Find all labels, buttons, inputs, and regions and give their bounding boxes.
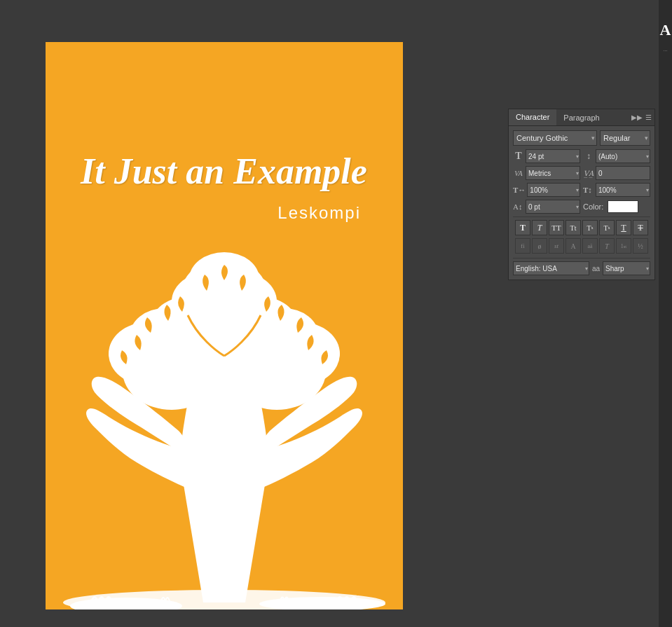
- size-leading-row: T 24 pt ↕ (Auto): [513, 149, 650, 163]
- language-wrapper: English: USA: [513, 261, 589, 275]
- document-subtitle: Leskompi: [277, 203, 361, 223]
- color-cell: Color:: [583, 200, 650, 213]
- language-select[interactable]: English: USA: [513, 261, 589, 275]
- scale-row: T↔ 100% T↕ 100%: [513, 183, 650, 197]
- document-title: It Just an Example: [81, 151, 367, 192]
- hscale-cell: T↔ 100%: [513, 183, 580, 197]
- style-sub-btn[interactable]: Ts: [599, 220, 615, 235]
- anti-alias-select[interactable]: Sharp Crisp Strong Smooth None: [603, 261, 650, 275]
- divider-2: [513, 258, 650, 259]
- kerning-wrapper: Metrics: [526, 166, 580, 180]
- tracking-input[interactable]: [596, 166, 650, 180]
- tab-paragraph[interactable]: Paragraph: [556, 109, 606, 125]
- tab-character[interactable]: Character: [509, 109, 556, 125]
- leading-cell: ↕ (Auto): [583, 149, 650, 163]
- style-super-btn[interactable]: Ts: [582, 220, 598, 235]
- kerning-select[interactable]: Metrics: [526, 166, 580, 180]
- color-swatch[interactable]: [608, 200, 638, 213]
- style-buttons-row: T T TT Tt Ts Ts T T: [513, 220, 650, 235]
- font-family-select[interactable]: Century Gothic: [513, 130, 597, 146]
- font-row: Century Gothic Regular: [513, 130, 650, 146]
- font-size-select[interactable]: 24 pt: [526, 149, 580, 163]
- vscale-wrapper: 100%: [596, 183, 650, 197]
- anti-alias-wrapper: Sharp Crisp Strong Smooth None: [603, 261, 650, 275]
- ot-oldstyle-btn[interactable]: ø: [532, 238, 547, 254]
- ot-ordinal-btn[interactable]: 1st: [616, 238, 631, 254]
- lang-row: English: USA aa Sharp Crisp Strong Smoot…: [513, 261, 650, 275]
- vscale-cell: T↕ 100%: [583, 183, 650, 197]
- canvas-workspace: It Just an Example Leskompi: [0, 0, 659, 627]
- divider-1: [513, 216, 650, 217]
- kerning-icon: VA: [513, 170, 524, 177]
- tracking-cell: V̲A̲: [583, 166, 650, 180]
- tool-text-icon[interactable]: A: [660, 21, 671, 39]
- ot-context-btn[interactable]: aā: [582, 238, 598, 254]
- kerning-cell: VA Metrics: [513, 166, 580, 180]
- kern-track-row: VA Metrics V̲A̲: [513, 166, 650, 180]
- document-canvas: It Just an Example Leskompi: [46, 42, 403, 609]
- font-style-wrapper: Regular: [600, 130, 650, 146]
- style-underline-btn[interactable]: T: [616, 220, 631, 235]
- font-style-select[interactable]: Regular: [600, 130, 650, 146]
- ot-swash-btn[interactable]: st: [549, 238, 564, 254]
- hscale-select[interactable]: 100%: [527, 183, 580, 197]
- font-size-wrapper: 24 pt: [526, 149, 580, 163]
- font-size-cell: T 24 pt: [513, 149, 580, 163]
- character-panel: Character Paragraph ▶▶ ☰ Century Gothic: [508, 109, 655, 280]
- ot-discretionary-btn[interactable]: T: [599, 238, 615, 254]
- panel-tab-icons: ▶▶ ☰: [631, 113, 654, 121]
- style-bold-btn[interactable]: T: [515, 220, 530, 235]
- vscale-select[interactable]: 100%: [596, 183, 650, 197]
- tool-dots: ···: [663, 48, 668, 55]
- style-italic-btn[interactable]: T: [532, 220, 547, 235]
- aa-label: aa: [592, 265, 600, 273]
- style-strike-btn[interactable]: T: [633, 220, 648, 235]
- vscale-icon: T↕: [583, 186, 594, 194]
- baseline-icon: A↕: [513, 202, 524, 211]
- opentype-row: fi ø st A aā T 1st ½: [513, 238, 650, 254]
- leading-select[interactable]: (Auto): [596, 149, 650, 163]
- baseline-cell: A↕ 0 pt: [513, 200, 580, 214]
- leading-wrapper: (Auto): [596, 149, 650, 163]
- leading-icon: ↕: [583, 151, 594, 161]
- font-size-icon: T: [513, 151, 524, 162]
- style-smallcaps-btn[interactable]: Tt: [565, 220, 581, 235]
- baseline-wrapper: 0 pt: [526, 200, 580, 214]
- ot-ligature-btn[interactable]: fi: [515, 238, 530, 254]
- ot-titling-btn[interactable]: A: [565, 238, 581, 254]
- panel-tab-bar: Character Paragraph ▶▶ ☰: [509, 109, 654, 126]
- color-label: Color:: [583, 202, 603, 211]
- tool-strip: A ···: [659, 0, 672, 627]
- tree-illustration: [56, 245, 392, 609]
- font-family-wrapper: Century Gothic: [513, 130, 597, 146]
- ot-fraction-btn[interactable]: ½: [633, 238, 648, 254]
- hscale-icon: T↔: [513, 186, 526, 194]
- baseline-select[interactable]: 0 pt: [526, 200, 580, 214]
- svg-point-20: [200, 322, 291, 392]
- baseline-color-row: A↕ 0 pt Color:: [513, 200, 650, 214]
- panel-content: Century Gothic Regular T 24 pt: [509, 126, 654, 280]
- menu-icon[interactable]: ☰: [645, 113, 652, 121]
- expand-icon[interactable]: ▶▶: [631, 113, 643, 121]
- style-allcaps-btn[interactable]: TT: [549, 220, 564, 235]
- hscale-wrapper: 100%: [527, 183, 580, 197]
- tracking-icon: V̲A̲: [583, 170, 594, 177]
